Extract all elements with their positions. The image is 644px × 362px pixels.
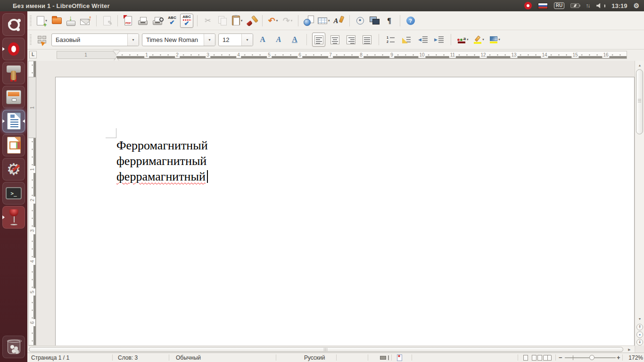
- hyperlink-button[interactable]: [302, 14, 315, 28]
- combo-dropdown-button[interactable]: ▾: [127, 34, 139, 46]
- sound-icon[interactable]: [596, 3, 605, 8]
- text-language[interactable]: Русский: [304, 354, 325, 361]
- next-page-button[interactable]: ⇓: [636, 339, 643, 346]
- word-count[interactable]: Слов: 3: [118, 354, 138, 361]
- misspelled-word[interactable]: феррамагнитный: [116, 170, 206, 183]
- help-button[interactable]: ?: [404, 14, 417, 28]
- launcher-item-trash[interactable]: [2, 336, 25, 358]
- scroll-right-button[interactable]: ▶: [625, 346, 634, 353]
- insert-table-button[interactable]: ▾: [317, 14, 331, 28]
- tab-stop-selector[interactable]: L: [29, 51, 37, 58]
- launcher-item-dash[interactable]: [2, 13, 25, 36]
- page-style[interactable]: Обычный: [176, 354, 201, 361]
- dropdown-arrow-icon[interactable]: ▾: [291, 19, 293, 23]
- paragraph-style-combo[interactable]: Базовый▾: [51, 33, 139, 46]
- save-button[interactable]: ↓: [65, 14, 78, 28]
- dropdown-arrow-icon[interactable]: ▾: [241, 19, 243, 23]
- selection-mode-icon[interactable]: [380, 356, 386, 360]
- multi-page-view-button[interactable]: [532, 355, 537, 361]
- cut-button[interactable]: ✂: [201, 14, 215, 28]
- navigator-button[interactable]: ✦: [354, 14, 367, 28]
- dropdown-arrow-icon[interactable]: ▾: [328, 19, 330, 23]
- zoom-in-button[interactable]: +: [617, 354, 620, 361]
- align-right-button[interactable]: [344, 33, 357, 47]
- highlight-color-button[interactable]: ▾: [472, 33, 486, 47]
- document-page[interactable]: [55, 77, 635, 353]
- edit-file-button[interactable]: ✎: [100, 14, 114, 28]
- export-pdf-button[interactable]: PDF: [122, 14, 135, 28]
- combo-dropdown-button[interactable]: ▾: [241, 34, 253, 46]
- navigation-button[interactable]: ●: [636, 331, 643, 338]
- open-button[interactable]: [50, 14, 63, 28]
- copy-button[interactable]: [216, 14, 229, 28]
- styles-formatting-button[interactable]: [35, 33, 49, 47]
- font-size-combo[interactable]: 12▾: [218, 33, 253, 46]
- align-left-button[interactable]: [312, 33, 325, 47]
- document-modified-icon[interactable]: *: [397, 354, 402, 361]
- dropdown-arrow-icon[interactable]: ▾: [467, 38, 469, 41]
- clone-formatting-button[interactable]: [245, 14, 258, 28]
- redo-button[interactable]: ↷▾: [281, 14, 294, 28]
- launcher-item-file-cabinet[interactable]: [2, 86, 25, 108]
- increase-indent-button[interactable]: ▶: [432, 33, 446, 47]
- session-gear-icon[interactable]: ⚙: [633, 2, 639, 9]
- launcher-item-settings[interactable]: ⚙: [2, 158, 25, 181]
- font-name-combo[interactable]: Times New Roman▾: [142, 33, 215, 46]
- indent-marker[interactable]: [113, 50, 120, 60]
- print-button[interactable]: [136, 14, 149, 28]
- dropdown-arrow-icon[interactable]: ▾: [482, 38, 484, 41]
- book-view-button[interactable]: [543, 355, 552, 361]
- bullet-list-button[interactable]: [400, 33, 413, 47]
- zoom-slider-thumb[interactable]: [589, 355, 594, 360]
- zoom-out-button[interactable]: −: [559, 354, 562, 361]
- new-document-button[interactable]: +▾: [35, 14, 49, 28]
- auto-spellcheck-button[interactable]: ABC✔: [180, 14, 193, 28]
- page-count[interactable]: Страница 1 / 1: [31, 354, 69, 361]
- launcher-item-writer[interactable]: [2, 110, 25, 132]
- launcher-item-terminal[interactable]: >_: [2, 182, 25, 205]
- document-text[interactable]: Ферромагнитный ферримагнитный феррамагни…: [116, 138, 208, 184]
- vertical-ruler[interactable]: 1 1 2 3 4 5 6: [28, 61, 36, 346]
- russian-flag-icon[interactable]: [538, 3, 548, 9]
- underline-button[interactable]: A: [288, 33, 301, 47]
- combo-dropdown-button[interactable]: ▾: [204, 34, 215, 46]
- opera-indicator-icon[interactable]: [524, 2, 532, 9]
- bold-button[interactable]: A: [256, 33, 269, 47]
- font-color-button[interactable]: a▾: [456, 33, 470, 47]
- vertical-scrollbar[interactable]: ▲ ▼ ⇑ ● ⇓: [635, 61, 644, 346]
- spelling-button[interactable]: ABC✔: [165, 14, 179, 28]
- italic-button[interactable]: A: [272, 33, 285, 47]
- text-line-3[interactable]: феррамагнитный: [116, 169, 208, 184]
- gallery-button[interactable]: [368, 14, 381, 28]
- single-page-view-button[interactable]: [523, 355, 528, 361]
- dropdown-arrow-icon[interactable]: ▾: [498, 38, 500, 41]
- align-center-button[interactable]: [328, 33, 341, 47]
- scroll-down-button[interactable]: ▼: [636, 315, 644, 322]
- justify-button[interactable]: [360, 33, 373, 47]
- vertical-scrollbar-thumb[interactable]: [636, 69, 643, 134]
- undo-button[interactable]: ↶▾: [266, 14, 280, 28]
- scroll-up-button[interactable]: ▲: [636, 62, 644, 68]
- battery-icon[interactable]: [570, 3, 579, 8]
- paste-button[interactable]: ▾: [231, 14, 244, 28]
- print-preview-button[interactable]: [151, 14, 164, 28]
- formatting-marks-button[interactable]: ¶: [383, 14, 396, 28]
- background-color-button[interactable]: ▾: [488, 33, 502, 47]
- horizontal-ruler[interactable]: 1 1 2 3 4 5 6 7 8 9 10 11 12 13 14 15 16: [57, 51, 627, 59]
- draw-functions-button[interactable]: A: [332, 14, 346, 28]
- text-line-2[interactable]: ферримагнитный: [116, 153, 208, 169]
- launcher-item-wine[interactable]: [2, 206, 25, 229]
- network-arrows-icon[interactable]: ↑↓: [586, 2, 590, 9]
- decrease-indent-button[interactable]: ◀: [416, 33, 429, 47]
- launcher-item-impress[interactable]: [2, 134, 25, 156]
- clock[interactable]: 13:19: [611, 2, 627, 9]
- email-button[interactable]: ↑: [79, 14, 92, 28]
- numbered-list-button[interactable]: 12: [384, 33, 397, 47]
- horizontal-scrollbar-thumb[interactable]: [29, 347, 623, 352]
- launcher-item-dictionary[interactable]: [2, 62, 25, 84]
- dropdown-arrow-icon[interactable]: ▾: [276, 19, 278, 23]
- text-line-1[interactable]: Ферромагнитный: [116, 138, 208, 153]
- keyboard-layout-indicator[interactable]: RU: [554, 2, 564, 9]
- zoom-level[interactable]: 172%: [622, 354, 643, 361]
- horizontal-scrollbar[interactable]: ▶: [28, 346, 635, 353]
